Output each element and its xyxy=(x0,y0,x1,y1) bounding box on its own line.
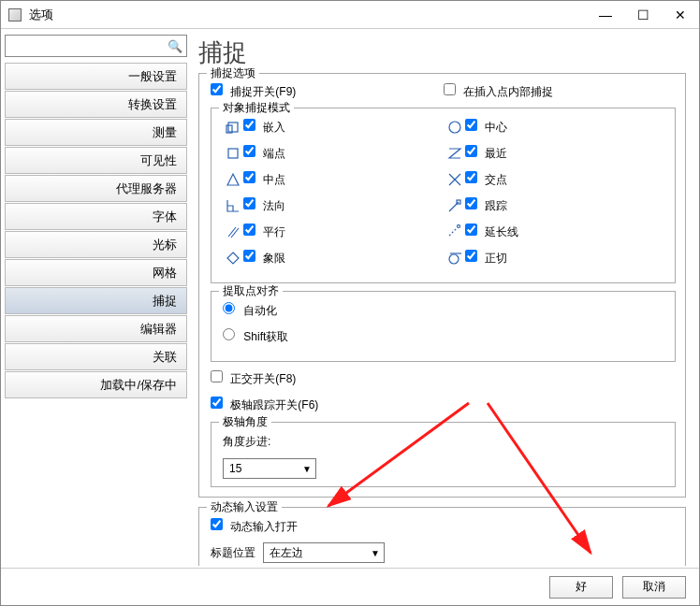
align-auto-radio[interactable]: 自动化 xyxy=(223,302,277,319)
near-icon xyxy=(445,146,465,161)
tangent-icon xyxy=(445,251,465,266)
align-shift-radio[interactable]: Shift获取 xyxy=(223,328,288,345)
mode-near-checkbox[interactable]: 最近 xyxy=(465,145,507,162)
sidebar-item-0[interactable]: 一般设置 xyxy=(5,63,187,90)
chevron-down-icon: ▼ xyxy=(302,464,312,474)
svg-rect-2 xyxy=(228,149,238,158)
mode-quadrant-checkbox[interactable]: 象限 xyxy=(243,250,285,267)
svg-line-10 xyxy=(449,228,457,236)
close-button[interactable]: ✕ xyxy=(662,2,699,28)
mode-midpoint-checkbox[interactable]: 中点 xyxy=(243,171,285,188)
chevron-down-icon: ▼ xyxy=(371,548,380,558)
search-box[interactable]: 🔍 xyxy=(5,35,187,57)
snap-switch-checkbox[interactable]: 捕捉开关(F9) xyxy=(211,83,444,100)
sidebar-item-11[interactable]: 加载中/保存中 xyxy=(5,371,187,398)
parallel-icon xyxy=(223,224,243,239)
mode-normal-checkbox[interactable]: 法向 xyxy=(243,197,285,214)
mode-nested-checkbox[interactable]: 嵌入 xyxy=(243,119,285,136)
snap-modes-group: 对象捕捉模式 嵌入 端点 中点 法向 平行 象限 中心 最近 交点 跟踪 延长线… xyxy=(211,108,676,283)
sidebar-item-2[interactable]: 测量 xyxy=(5,119,187,146)
sidebar-item-7[interactable]: 网格 xyxy=(5,259,187,286)
midpoint-icon xyxy=(223,172,243,187)
extend-icon xyxy=(445,224,465,239)
svg-point-5 xyxy=(449,122,460,133)
ortho-checkbox[interactable]: 正交开关(F8) xyxy=(211,370,296,387)
sidebar-item-10[interactable]: 关联 xyxy=(5,343,187,370)
maximize-button[interactable]: ☐ xyxy=(624,2,662,28)
mode-intersect-checkbox[interactable]: 交点 xyxy=(465,171,507,188)
center-icon xyxy=(445,120,465,135)
sidebar-item-1[interactable]: 转换设置 xyxy=(5,91,187,118)
internal-snap-checkbox[interactable]: 在插入点内部捕捉 xyxy=(444,83,677,100)
track-icon xyxy=(445,198,465,213)
sidebar-item-4[interactable]: 代理服务器 xyxy=(5,175,187,202)
search-input[interactable] xyxy=(9,39,168,52)
svg-line-3 xyxy=(228,227,236,237)
title-pos-label: 标题位置 xyxy=(211,545,255,561)
mode-tangent-checkbox[interactable]: 正切 xyxy=(465,250,507,267)
page-title: 捕捉 xyxy=(198,36,686,69)
sidebar: 🔍 一般设置转换设置测量可见性代理服务器字体光标网格捕捉编辑器关联加载中/保存中 xyxy=(1,29,193,566)
align-group: 提取点对齐 自动化 Shift获取 xyxy=(211,291,676,362)
polar-track-checkbox[interactable]: 极轴跟踪开关(F6) xyxy=(211,397,318,413)
intersect-icon xyxy=(445,172,465,187)
nested-icon xyxy=(223,120,243,135)
sidebar-item-8[interactable]: 捕捉 xyxy=(5,287,187,314)
polar-angle-group: 极轴角度 角度步进: 15▼ xyxy=(211,422,676,487)
dynamic-input-group: 动态输入设置 动态输入打开 标题位置 在左边▼ xyxy=(198,507,686,566)
svg-point-11 xyxy=(457,225,459,228)
titlebar: 选项 — ☐ ✕ xyxy=(1,1,699,29)
mode-extend-checkbox[interactable]: 延长线 xyxy=(465,224,518,240)
normal-icon xyxy=(223,198,243,213)
sidebar-item-3[interactable]: 可见性 xyxy=(5,147,187,174)
mode-track-checkbox[interactable]: 跟踪 xyxy=(465,197,507,214)
mode-endpoint-checkbox[interactable]: 端点 xyxy=(243,145,285,162)
snap-options-group: 捕捉选项 捕捉开关(F9) 在插入点内部捕捉 对象捕捉模式 嵌入 端点 中点 法… xyxy=(198,73,686,498)
footer: 好 取消 xyxy=(1,568,699,605)
minimize-button[interactable]: — xyxy=(587,2,624,28)
svg-rect-0 xyxy=(228,123,238,132)
angle-step-select[interactable]: 15▼ xyxy=(223,458,316,479)
quadrant-icon xyxy=(223,251,243,266)
endpoint-icon xyxy=(223,146,243,161)
svg-point-12 xyxy=(449,254,459,264)
svg-line-4 xyxy=(231,228,239,238)
main-panel: 捕捉 捕捉选项 捕捉开关(F9) 在插入点内部捕捉 对象捕捉模式 嵌入 端点 中… xyxy=(193,29,699,566)
sidebar-item-9[interactable]: 编辑器 xyxy=(5,315,187,342)
app-icon xyxy=(8,8,22,22)
dynamic-open-checkbox[interactable]: 动态输入打开 xyxy=(211,518,298,535)
mode-center-checkbox[interactable]: 中心 xyxy=(465,119,507,136)
title-pos-select[interactable]: 在左边▼ xyxy=(263,542,385,563)
cancel-button[interactable]: 取消 xyxy=(622,576,686,599)
window-title: 选项 xyxy=(29,7,587,23)
search-icon: 🔍 xyxy=(168,39,182,53)
options-window: 选项 — ☐ ✕ 🔍 一般设置转换设置测量可见性代理服务器字体光标网格捕捉编辑器… xyxy=(0,0,700,606)
mode-parallel-checkbox[interactable]: 平行 xyxy=(243,224,285,240)
ok-button[interactable]: 好 xyxy=(549,576,613,599)
sidebar-item-6[interactable]: 光标 xyxy=(5,231,187,258)
sidebar-item-5[interactable]: 字体 xyxy=(5,203,187,230)
